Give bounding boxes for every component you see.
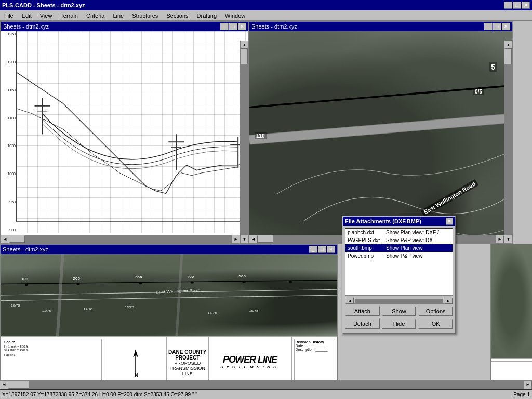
file-attachments-dialog: File Attachments (DXF,BMP) ✕ planbch.dxf… <box>342 216 456 334</box>
logo-subtitle: S Y S T E M S I N C. <box>220 365 280 370</box>
file-list[interactable]: planbch.dxf Show Plan view: DXF / PAGEPL… <box>345 228 453 296</box>
svg-point-14 <box>25 284 28 286</box>
close-btn[interactable]: ✕ <box>522 2 530 9</box>
main-sb-right[interactable]: ► <box>524 381 532 389</box>
file-item-3[interactable]: Power.bmp Show P&P view <box>345 252 453 260</box>
file-item-1[interactable]: PAGEPLS.dxf Show P&P view: DX <box>345 236 453 244</box>
file-attachments-body: planbch.dxf Show Plan view: DXF / PAGEPL… <box>343 226 455 333</box>
menu-drafting[interactable]: Drafting <box>195 11 219 20</box>
file-item-2[interactable]: south.bmp Show Plan view <box>345 244 453 252</box>
menu-sections[interactable]: Sections <box>164 11 190 20</box>
plan-overlay: 100 200 300 400 500 East Wellington Road… <box>1 254 337 336</box>
svg-line-13 <box>1 280 337 284</box>
sb-thumb-h[interactable] <box>9 235 25 243</box>
svg-line-11 <box>249 118 512 140</box>
bl-close[interactable]: ✕ <box>327 246 335 253</box>
rsb-thumb-v[interactable] <box>504 49 512 64</box>
right-win-controls: _ □ ✕ <box>484 23 510 30</box>
small-aerial-bg <box>491 244 532 358</box>
right-window: Sheets - dtm2.xyz _ □ ✕ <box>248 21 513 244</box>
main-sb-track <box>8 381 524 389</box>
svg-point-16 <box>139 282 142 284</box>
attach-button[interactable]: Attach <box>345 306 380 316</box>
right-side-panel: Scale: H:1"=500' V:1"=100' Page 1 <box>490 244 532 389</box>
right-maximize[interactable]: □ <box>493 23 501 30</box>
left-maximize[interactable]: □ <box>229 23 237 30</box>
left-window-content: 1250 1200 1150 1100 1050 1000 950 900 <box>1 31 248 243</box>
dialog-buttons-row1: Attach Show Options <box>345 306 453 316</box>
left-win-controls: _ □ ✕ <box>220 23 246 30</box>
svg-text:11/78: 11/78 <box>42 309 51 312</box>
file-item-0[interactable]: planbch.dxf Show Plan view: DXF / <box>345 229 453 236</box>
svg-line-28 <box>58 254 63 336</box>
svg-text:15/78: 15/78 <box>208 311 217 314</box>
right-minimize[interactable]: _ <box>484 23 493 30</box>
rsb-left[interactable]: ◄ <box>249 235 258 244</box>
menu-terrain[interactable]: Terrain <box>58 11 80 20</box>
dialog-buttons-row2: Detach Hide OK <box>345 318 453 329</box>
main-sb-thumb[interactable] <box>8 381 29 389</box>
left-minimize[interactable]: _ <box>220 23 229 30</box>
rsb-thumb-h[interactable] <box>258 235 273 243</box>
menu-edit[interactable]: Edit <box>20 11 34 20</box>
aerial-photo: 5 0/5 110 East Wellington Road <box>249 31 512 243</box>
fraction-label: 0/5 <box>473 88 484 95</box>
north-arrow-svg: N <box>123 347 149 378</box>
sb-right[interactable]: ► <box>232 235 240 244</box>
rsb-right[interactable]: ► <box>496 235 504 244</box>
file-list-scroll-right[interactable]: ► <box>444 298 453 304</box>
status-coords: X=1397152.07 Y=17872838.95 Z=374.26 H=0.… <box>2 392 197 397</box>
menu-view[interactable]: View <box>38 11 55 20</box>
left-scrollbar-h: ◄ ► <box>1 235 240 243</box>
svg-line-12 <box>249 86 512 108</box>
bl-minimize[interactable]: _ <box>309 246 317 253</box>
bl-maximize[interactable]: □ <box>318 246 326 253</box>
rsb-up[interactable]: ▲ <box>504 41 513 49</box>
status-bar: X=1397152.07 Y=17872838.95 Z=374.26 H=0.… <box>0 389 532 399</box>
menu-window[interactable]: Window <box>223 11 247 20</box>
sb-left[interactable]: ◄ <box>1 235 9 244</box>
sb-down[interactable]: ▼ <box>241 235 249 243</box>
menu-line[interactable]: Line <box>111 11 126 20</box>
left-scrollbar-v: ▲ ▼ <box>240 41 248 243</box>
menu-file[interactable]: File <box>2 11 16 20</box>
app-title: PLS-CADD - Sheets - dtm2.xyz <box>2 2 85 8</box>
hide-button[interactable]: Hide <box>382 318 417 329</box>
main-scrollbar-h: ◄ ► <box>0 380 532 389</box>
svg-line-21 <box>1 295 337 301</box>
file-list-scroll-left[interactable]: ◄ <box>345 298 354 304</box>
left-close[interactable]: ✕ <box>238 23 246 30</box>
top-row: Sheets - dtm2.xyz _ □ ✕ 1250 1200 1150 1… <box>0 21 532 244</box>
show-button[interactable]: Show <box>382 306 417 316</box>
menu-structures[interactable]: Structures <box>130 11 160 20</box>
main-sb-left[interactable]: ◄ <box>0 381 8 389</box>
options-button[interactable]: Options <box>418 306 453 316</box>
right-close[interactable]: ✕ <box>502 23 510 30</box>
rsb-down[interactable]: ▼ <box>504 235 513 243</box>
bottom-left-title: Sheets - dtm2.xyz _ □ ✕ <box>1 245 337 254</box>
file-list-scroll-track <box>355 299 443 303</box>
sb-up[interactable]: ▲ <box>241 41 249 49</box>
sb-track-h <box>9 235 232 244</box>
right-scrollbar-v: ▲ ▼ <box>504 41 512 243</box>
left-window-title: Sheets - dtm2.xyz _ □ ✕ <box>1 22 248 31</box>
minimize-btn[interactable]: _ <box>504 2 512 9</box>
title-bar: PLS-CADD - Sheets - dtm2.xyz _ □ ✕ <box>0 0 532 10</box>
project-line2: PROPOSED TRANSMISSION LINE <box>167 361 208 376</box>
menu-criteria[interactable]: Criteria <box>84 11 107 20</box>
svg-point-18 <box>243 281 246 283</box>
ok-button[interactable]: OK <box>418 318 453 329</box>
left-window: Sheets - dtm2.xyz _ □ ✕ 1250 1200 1150 1… <box>0 21 249 244</box>
file-attachments-label: File Attachments (DXF,BMP) <box>345 218 421 224</box>
file-attachments-close[interactable]: ✕ <box>446 218 453 225</box>
sb-track <box>241 49 249 235</box>
svg-text:300: 300 <box>135 276 142 279</box>
maximize-btn[interactable]: □ <box>513 2 521 9</box>
svg-text:16/78: 16/78 <box>249 309 259 312</box>
svg-point-15 <box>77 283 80 285</box>
sb-thumb-v[interactable] <box>241 49 248 64</box>
project-line1: DANE COUNTY PROJECT <box>167 349 208 361</box>
profile-svg <box>1 31 248 232</box>
detach-button[interactable]: Detach <box>345 318 380 329</box>
file-attachments-title-bar: File Attachments (DXF,BMP) ✕ <box>343 217 455 226</box>
